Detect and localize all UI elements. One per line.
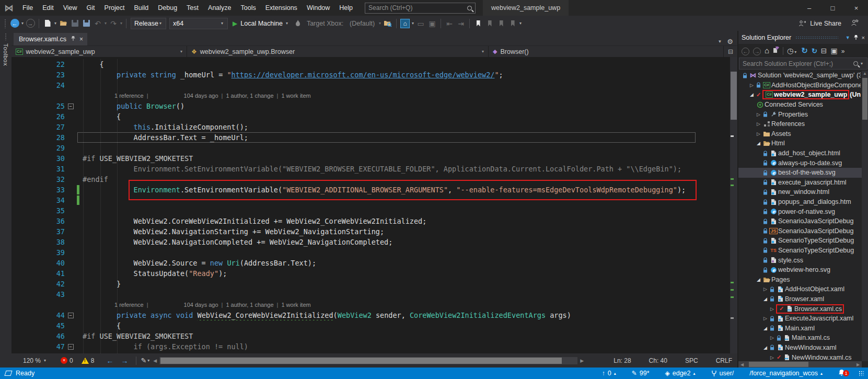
switch-views-icon[interactable]	[773, 46, 779, 55]
line-number[interactable]: 22	[41, 59, 65, 70]
attach-home-icon[interactable]: ⌂	[400, 17, 410, 30]
code-line-34[interactable]: 34	[11, 195, 730, 205]
tree-item[interactable]: ◢Browser.xaml	[738, 294, 868, 304]
scroll-up-icon[interactable]: ▲	[862, 71, 868, 76]
breakpoint-margin[interactable]	[11, 247, 41, 258]
platform-select[interactable]: x64▾	[169, 18, 228, 29]
toggle-bookmark-icon[interactable]	[473, 17, 483, 30]
tree-item[interactable]: ▷ExecuteJavascript.xaml	[738, 314, 868, 324]
chevron-down-icon[interactable]: ▾	[21, 21, 24, 26]
tree-item[interactable]: add_host_object.html	[738, 148, 868, 158]
code-line-31[interactable]: 31 Environment.SetEnvironmentVariable("W…	[11, 164, 730, 174]
breakpoint-margin[interactable]	[11, 237, 41, 247]
codelens-row[interactable]: 1 reference|104 days ago|1 author, 1 cha…	[11, 300, 730, 310]
breakpoint-margin[interactable]	[11, 279, 41, 289]
menu-help[interactable]: Help	[334, 0, 357, 16]
menu-view[interactable]: View	[59, 0, 82, 16]
scroll-right-icon[interactable]: ▶	[580, 358, 584, 363]
code-line-35[interactable]: 35	[11, 205, 730, 216]
codelens-row[interactable]: 1 reference|104 days ago|1 author, 1 cha…	[11, 90, 730, 101]
line-number[interactable]: 31	[41, 164, 65, 174]
line-number[interactable]: 36	[41, 216, 65, 226]
scroll-left-icon[interactable]: ◀	[153, 358, 157, 363]
line-number[interactable]: 34	[41, 195, 65, 205]
breakpoint-margin[interactable]	[11, 216, 41, 226]
breadcrumb-1[interactable]: C#webview2_sample_uwp▾	[11, 46, 187, 57]
chevron-down-icon[interactable]: ▾	[861, 61, 863, 66]
breakpoint-margin[interactable]	[11, 195, 41, 205]
breakpoint-margin[interactable]	[11, 153, 41, 164]
line-number[interactable]: 38	[41, 237, 65, 247]
codelens-age[interactable]: 104 days ago	[184, 90, 218, 101]
chevron-expanded-icon[interactable]: ◢	[762, 296, 769, 302]
breakpoint-margin[interactable]	[11, 132, 41, 143]
overflow-icon[interactable]: »	[841, 46, 845, 55]
pending-changes-filter-icon[interactable]: ◷▾	[787, 46, 797, 55]
chevron-expanded-icon[interactable]: ◢	[762, 326, 769, 331]
scrollbar-thumb[interactable]	[731, 72, 737, 120]
solution-explorer-search-input[interactable]: Search Solution Explorer (Ctrl+;) ▾	[739, 58, 867, 70]
tree-item[interactable]: ewebview-hero.svg	[738, 265, 868, 275]
window-position-dropdown-icon[interactable]: ▼	[846, 35, 850, 40]
scrollbar-thumb[interactable]	[749, 362, 808, 367]
tab-browser-xaml-cs[interactable]: Browser.xaml.cs ×	[14, 33, 87, 45]
code-line-33[interactable]: 33 Environment.SetEnvironmentVariable("W…	[11, 185, 730, 195]
editor-options-gear-icon[interactable]: ⚙	[727, 38, 733, 45]
indent-mode[interactable]: SPC	[685, 357, 698, 364]
configuration-select[interactable]: Release▾	[131, 18, 166, 29]
code-line-30[interactable]: 30#if USE_WEBVIEW2_SMOKETEST	[11, 153, 730, 164]
line-number[interactable]: 29	[41, 143, 65, 153]
line-number[interactable]: 24	[41, 80, 65, 90]
chevron-down-icon[interactable]: ▾	[412, 21, 414, 26]
navigate-backward-code-icon[interactable]: ▭	[415, 17, 426, 30]
tree-item[interactable]: ▷✓Browser.xaml.cs	[738, 304, 868, 314]
chevron-down-icon[interactable]: ▾	[519, 21, 522, 26]
code-line-38[interactable]: 38 WebView2.NavigationCompleted += WebVi…	[11, 237, 730, 247]
next-bookmark-icon[interactable]	[496, 17, 506, 30]
codelens-references[interactable]: 1 reference	[114, 300, 144, 310]
tree-item[interactable]: ▷References	[738, 119, 868, 129]
live-share-button[interactable]: Live Share	[798, 20, 841, 27]
current-branch[interactable]: ◈edge2▴	[665, 370, 696, 377]
new-project-icon[interactable]	[42, 17, 53, 30]
find-in-files-icon[interactable]	[383, 17, 393, 30]
code-line-29[interactable]: 29	[11, 143, 730, 153]
minimize-button[interactable]: –	[797, 0, 821, 16]
current-repo[interactable]: user/	[711, 370, 734, 377]
code-line-22[interactable]: 22 {	[11, 59, 730, 70]
tree-item[interactable]: ▷C#AddHostObjectBridgeCompone	[738, 81, 868, 90]
code-line-42[interactable]: 42 }	[11, 279, 730, 289]
code-line-25[interactable]: 25− public Browser()	[11, 101, 730, 111]
cursor-line[interactable]: Ln: 28	[614, 357, 631, 364]
save-icon[interactable]	[70, 17, 80, 30]
line-number[interactable]: 33	[41, 185, 65, 195]
menu-window[interactable]: Window	[302, 0, 334, 16]
code-line-37[interactable]: 37 WebView2.NavigationStarting += WebVie…	[11, 226, 730, 237]
tree-item[interactable]: ScenarioTypeScriptDebug	[738, 236, 868, 246]
increase-indent-icon[interactable]: ⇥	[456, 17, 466, 30]
tree-item[interactable]: epower-of-native.svg	[738, 206, 868, 216]
menu-git[interactable]: Git	[82, 0, 100, 16]
line-number[interactable]: 26	[41, 111, 65, 122]
scrollbar-thumb[interactable]	[862, 78, 867, 120]
chevron-collapsed-icon[interactable]: ▷	[755, 121, 762, 127]
scrollbar-thumb[interactable]	[160, 358, 562, 364]
breakpoint-margin[interactable]	[11, 226, 41, 237]
line-number[interactable]: 27	[41, 122, 65, 132]
chevron-collapsed-icon[interactable]: ▷	[755, 112, 762, 117]
tree-item[interactable]: ◢✓C#webview2_sample_uwp (Unive	[738, 90, 868, 100]
line-number[interactable]: 25	[41, 101, 65, 111]
tree-item[interactable]: ▷Properties	[738, 109, 868, 119]
code-line-36[interactable]: 36 WebView2.CoreWebView2Initialized += W…	[11, 216, 730, 226]
back-icon[interactable]: ←	[742, 46, 749, 55]
line-number[interactable]: 39	[41, 247, 65, 258]
warnings-icon[interactable]	[82, 358, 89, 364]
line-number[interactable]: 45	[41, 320, 65, 331]
line-number[interactable]: 44	[41, 310, 65, 320]
line-number[interactable]: 35	[41, 205, 65, 216]
code-line-32[interactable]: 32#endif	[11, 174, 730, 185]
tree-item[interactable]: JSScenarioJavaScriptDebug	[738, 226, 868, 236]
tree-item[interactable]: ◢Pages	[738, 274, 868, 284]
chevron-expanded-icon[interactable]: ◢	[748, 92, 755, 97]
code-line-23[interactable]: 23 private string _homeUrl = "https://de…	[11, 70, 730, 80]
